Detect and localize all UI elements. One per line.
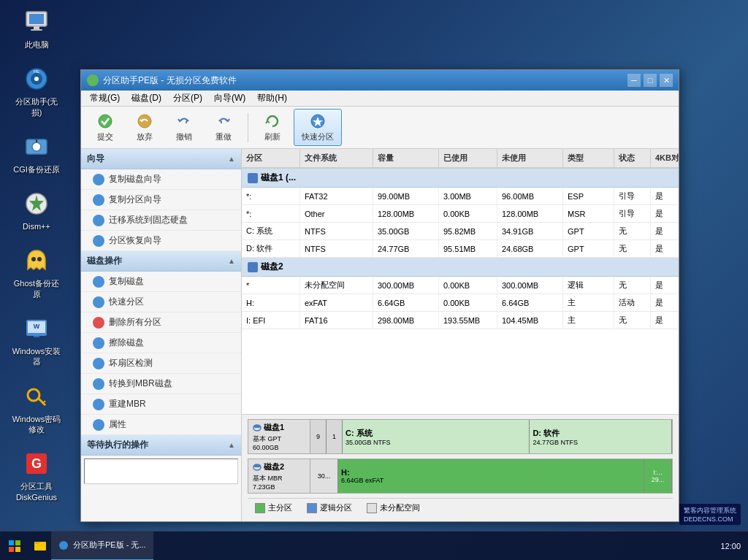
row-fs: FAT32 [300, 188, 373, 204]
diskgenius-icon: G [22, 449, 51, 478]
disk2-part-unallocated[interactable]: 30... [310, 459, 338, 493]
delete-all-icon [93, 317, 104, 329]
close-button[interactable]: ✕ [660, 74, 673, 87]
row-used: 3.00MB [439, 188, 497, 204]
table-row[interactable]: C: 系统 NTFS 35.00GB 95.82MB 34.91GB GPT 无… [242, 223, 679, 240]
panel-item-to-mbr[interactable]: 转换到MBR磁盘 [81, 374, 241, 394]
table-row[interactable]: * 未分配空间 300.00MB 0.00KB 300.00MB 逻辑 无 是 [242, 277, 679, 294]
menu-wizard[interactable]: 向导(W) [208, 91, 251, 106]
disk1-type: 基本 GPT [253, 434, 305, 444]
logical-legend-label: 逻辑分区 [320, 502, 352, 513]
pending-collapse[interactable]: ▲ [228, 441, 235, 449]
toolbar-quick-partition[interactable]: 快速分区 [294, 109, 342, 146]
minimize-button[interactable]: ─ [627, 74, 641, 87]
panel-item-bad-sector[interactable]: 坏扇区检测 [81, 353, 241, 374]
th-4k: 4KB对齐 [651, 149, 679, 167]
table-row[interactable]: H: exFAT 6.64GB 0.00KB 6.64GB 主 活动 是 [242, 294, 679, 312]
desktop-icons: 此电脑 PE 分区助手(无损) CGI备份还原 [11, 7, 62, 502]
row-partition: *: [242, 188, 300, 204]
panel-item-copy-partition[interactable]: 复制分区向导 [81, 190, 241, 210]
menu-help[interactable]: 帮助(H) [251, 91, 293, 106]
wizard-collapse[interactable]: ▲ [228, 155, 235, 163]
toolbar-refresh[interactable]: 刷新 [254, 109, 291, 146]
panel-item-restore-partition[interactable]: 分区恢复向导 [81, 231, 241, 251]
legend-primary: 主分区 [255, 502, 292, 513]
row-type: ESP [563, 188, 614, 204]
panel-item-copy-disk[interactable]: 复制磁盘向导 [81, 169, 241, 190]
row-4k: 是 [651, 188, 679, 204]
row-status: 引导 [614, 188, 651, 204]
panel-item-migrate-ssd[interactable]: 迁移系统到固态硬盘 [81, 210, 241, 231]
toolbar-redo[interactable]: 重做 [205, 109, 242, 146]
table-row[interactable]: *: Other 128.00MB 0.00KB 128.00MB MSR 引导… [242, 205, 679, 223]
svg-rect-31 [15, 540, 20, 545]
row-type: 逻辑 [563, 277, 614, 294]
desktop-icon-cgi[interactable]: CGI备份还原 [11, 132, 62, 174]
panel-item-quick-partition2[interactable]: 快速分区 [81, 292, 241, 312]
migrate-ssd-icon [93, 215, 104, 226]
row-size: 298.00MB [373, 312, 439, 329]
desktop: 此电脑 PE 分区助手(无损) CGI备份还原 [0, 0, 748, 560]
panel-item-rebuild-mbr[interactable]: 重建MBR [81, 394, 241, 415]
row-used: 95.51MB [439, 240, 497, 257]
svg-rect-1 [29, 14, 44, 24]
disk-ops-collapse[interactable]: ▲ [228, 257, 235, 265]
taskbar: 分区助手PE版 - 无... 12:00 [0, 531, 748, 560]
panel-item-copy-disk2[interactable]: 复制磁盘 [81, 272, 241, 292]
panel-item-wipe-disk[interactable]: 擦除磁盘 [81, 333, 241, 353]
legend-area: 主分区 逻辑分区 未分配空间 [248, 498, 673, 517]
row-free: 34.91GB [497, 223, 563, 239]
svg-point-23 [99, 115, 112, 128]
disk2-part-i[interactable]: I:... 29... [644, 459, 672, 493]
panel-item-delete-all[interactable]: 删除所有分区 [81, 312, 241, 333]
disk2-visual: 磁盘2 基本 MBR 7.23GB 30... H: 6.64GB exFA [248, 459, 673, 494]
disk1-part-small2[interactable]: 1 [327, 420, 343, 453]
svg-rect-2 [34, 26, 39, 29]
th-free: 未使用 [497, 149, 563, 167]
menu-disk[interactable]: 磁盘(D) [126, 91, 167, 106]
row-partition: *: [242, 205, 300, 222]
desktop-icon-partition[interactable]: PE 分区助手(无损) [11, 64, 62, 118]
start-button[interactable] [0, 532, 29, 561]
table-row[interactable]: D: 软件 NTFS 24.77GB 95.51MB 24.68GB GPT 无… [242, 240, 679, 258]
th-status: 状态 [614, 149, 651, 167]
copy-disk-icon [93, 174, 104, 185]
disk2-name: 磁盘2 [264, 461, 284, 472]
desktop-icon-windows-install[interactable]: W Windows安装器 [11, 314, 62, 367]
desktop-icon-ghost[interactable]: Ghost备份还原 [11, 246, 62, 299]
taskbar-files-button[interactable] [29, 532, 51, 561]
svg-rect-32 [9, 547, 14, 552]
computer-icon [22, 7, 51, 37]
toolbar-undo[interactable]: 撤销 [166, 109, 202, 146]
panel-item-properties[interactable]: 属性 [81, 415, 241, 435]
row-fs: NTFS [300, 240, 373, 257]
redo-icon [215, 112, 232, 130]
desktop-icon-diskgenius[interactable]: G 分区工具DiskGenius [11, 449, 62, 502]
row-free: 96.00MB [497, 188, 563, 204]
desktop-icon-my-computer[interactable]: 此电脑 [11, 7, 62, 50]
ghost-icon [22, 246, 51, 275]
submit-icon [96, 112, 114, 130]
toolbar-submit[interactable]: 提交 [87, 109, 123, 146]
row-status: 无 [614, 240, 651, 257]
toolbar-abandon[interactable]: 放弃 [126, 109, 163, 146]
row-used: 0.00KB [439, 294, 497, 311]
disk1-part-d[interactable]: D: 软件 24.77GB NTFS [530, 420, 672, 453]
th-fs: 文件系统 [300, 149, 373, 167]
row-4k: 是 [651, 277, 679, 294]
table-row[interactable]: I: EFI FAT16 298.00MB 193.55MB 104.45MB … [242, 312, 679, 329]
disk1-part-small1[interactable]: 9 [310, 420, 327, 453]
disk1-part-c[interactable]: C: 系统 35.00GB NTFS [343, 420, 530, 453]
desktop-icon-dism[interactable]: Dism++ [11, 189, 62, 231]
disk-visual-area: 磁盘1 基本 GPT 60.00GB 9 1 [242, 414, 679, 521]
taskbar-app-item[interactable]: 分区助手PE版 - 无... [51, 532, 153, 561]
menu-normal[interactable]: 常规(G) [84, 91, 126, 106]
row-status: 无 [614, 277, 651, 294]
desktop-icon-windows-pwd[interactable]: Windows密码修改 [11, 382, 62, 435]
maximize-button[interactable]: □ [644, 74, 657, 87]
disk2-size: 7.23GB [253, 483, 305, 491]
table-row[interactable]: *: FAT32 99.00MB 3.00MB 96.00MB ESP 引导 是 [242, 188, 679, 205]
disk2-part-h[interactable]: H: 6.64GB exFAT [338, 459, 644, 493]
rebuild-mbr-icon [93, 399, 104, 410]
menu-partition[interactable]: 分区(P) [167, 91, 208, 106]
